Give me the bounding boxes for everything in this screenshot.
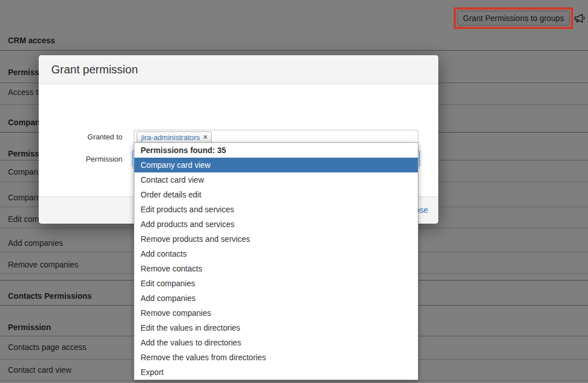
dropdown-item[interactable]: Add the values to directories	[134, 335, 418, 350]
dropdown-item[interactable]: Add contacts	[134, 246, 418, 261]
dropdown-item[interactable]: Order details edit	[134, 187, 418, 202]
screen: Grant Permissions to groups CRM access P…	[0, 0, 588, 383]
granted-to-label: Granted to	[39, 133, 122, 141]
dropdown-item[interactable]: Edit products and services	[134, 202, 418, 217]
permission-label: Permission	[39, 155, 122, 163]
dropdown-item[interactable]: Remove the values from directories	[134, 350, 418, 365]
dropdown-item[interactable]: Edit the values in directories	[134, 320, 418, 335]
dropdown-item[interactable]: Remove products and services	[134, 232, 418, 246]
dropdown-item[interactable]: Edit companies	[134, 276, 418, 291]
tag-remove-icon[interactable]: ×	[203, 133, 207, 142]
dropdown-item[interactable]: Add products and services	[134, 217, 418, 232]
dialog-header: Grant permission	[39, 55, 438, 84]
dropdown-item[interactable]: Contact card view	[134, 172, 418, 187]
dialog-title: Grant permission	[51, 55, 138, 84]
dropdown-item[interactable]: Remove contacts	[134, 261, 418, 276]
tag-label: jira-administrators	[141, 133, 200, 142]
dropdown-item[interactable]: Company card view	[134, 158, 418, 172]
tag-jira-administrators: jira-administrators ×	[137, 131, 212, 143]
dropdown-item[interactable]: Remove companies	[134, 306, 418, 320]
dropdown-item[interactable]: Add companies	[134, 291, 418, 306]
permissions-suggestions-dropdown: Permissions found: 35 Company card view …	[134, 142, 418, 380]
dropdown-results-count: Permissions found: 35	[134, 143, 418, 158]
dropdown-item[interactable]: Export	[134, 365, 418, 380]
